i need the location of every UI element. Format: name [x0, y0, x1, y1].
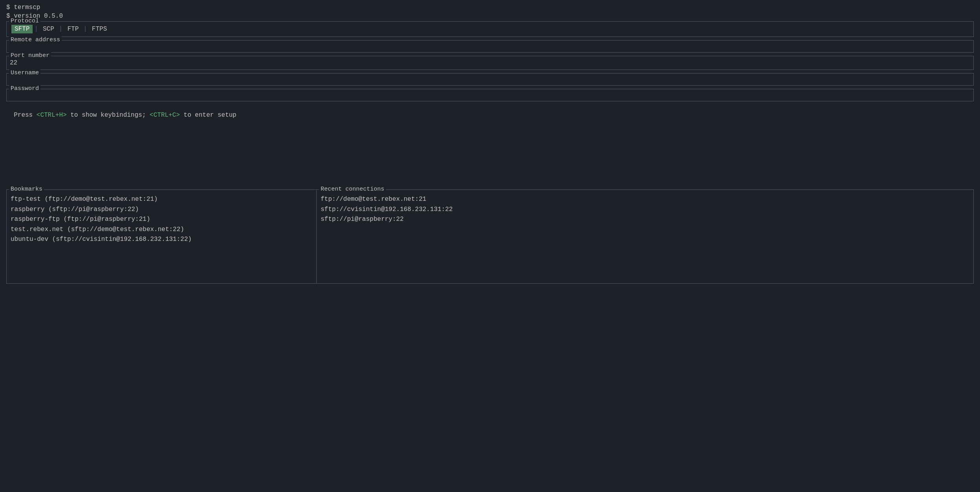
username-input[interactable]	[10, 76, 970, 83]
separator-2: |	[57, 26, 64, 33]
app-command: $ termscp	[6, 4, 974, 11]
separator-1: |	[33, 26, 40, 33]
password-section: Password	[6, 89, 974, 101]
bookmark-item-3[interactable]: test.rebex.net (sftp://demo@test.rebex.n…	[11, 225, 312, 235]
recent-connections-legend: Recent connections	[319, 186, 386, 193]
password-legend: Password	[9, 85, 40, 92]
bookmarks-panel: Bookmarks ftp-test (ftp://demo@test.rebe…	[6, 189, 317, 284]
protocol-legend: Protocol	[9, 18, 40, 24]
recent-item-2[interactable]: sftp://pi@raspberry:22	[321, 215, 969, 225]
recent-item-0[interactable]: ftp://demo@test.rebex.net:21	[321, 195, 969, 205]
remote-address-input[interactable]	[10, 43, 970, 50]
bookmark-item-2[interactable]: raspberry-ftp (ftp://pi@raspberry:21)	[11, 215, 312, 225]
help-middle: to show keybindings;	[67, 112, 150, 119]
username-section: Username	[6, 73, 974, 86]
bookmarks-legend: Bookmarks	[9, 186, 44, 193]
recent-item-1[interactable]: sftp://cvisintin@192.168.232.131:22	[321, 205, 969, 215]
tab-sftp[interactable]: SFTP	[11, 25, 33, 33]
port-number-value: 22	[10, 59, 970, 67]
remote-address-section: Remote address	[6, 40, 974, 53]
help-prefix: Press	[14, 112, 37, 119]
bottom-panels: Bookmarks ftp-test (ftp://demo@test.rebe…	[6, 189, 974, 284]
ctrl-c-highlight: <CTRL+C>	[150, 112, 180, 119]
help-text: Press <CTRL+H> to show keybindings; <CTR…	[6, 105, 974, 119]
protocol-section: Protocol SFTP | SCP | FTP | FTPS	[6, 21, 974, 37]
app-version: $ version 0.5.0	[6, 13, 974, 20]
help-suffix: to enter setup	[180, 112, 237, 119]
username-legend: Username	[9, 70, 40, 76]
tab-scp[interactable]: SCP	[40, 25, 57, 33]
recent-connections-panel: Recent connections ftp://demo@test.rebex…	[317, 189, 974, 284]
bookmark-item-4[interactable]: ubuntu-dev (sftp://cvisintin@192.168.232…	[11, 235, 312, 245]
ctrl-h-highlight: <CTRL+H>	[37, 112, 67, 119]
port-number-section: Port number 22	[6, 56, 974, 70]
bookmark-item-1[interactable]: raspberry (sftp://pi@raspberry:22)	[11, 205, 312, 215]
protocol-tabs: SFTP | SCP | FTP | FTPS	[11, 25, 969, 33]
bookmark-item-0[interactable]: ftp-test (ftp://demo@test.rebex.net:21)	[11, 195, 312, 205]
password-input[interactable]	[10, 92, 970, 99]
separator-3: |	[82, 26, 89, 33]
tab-ftps[interactable]: FTPS	[89, 25, 110, 33]
remote-address-legend: Remote address	[9, 37, 62, 43]
tab-ftp[interactable]: FTP	[64, 25, 82, 33]
port-number-legend: Port number	[9, 52, 51, 59]
